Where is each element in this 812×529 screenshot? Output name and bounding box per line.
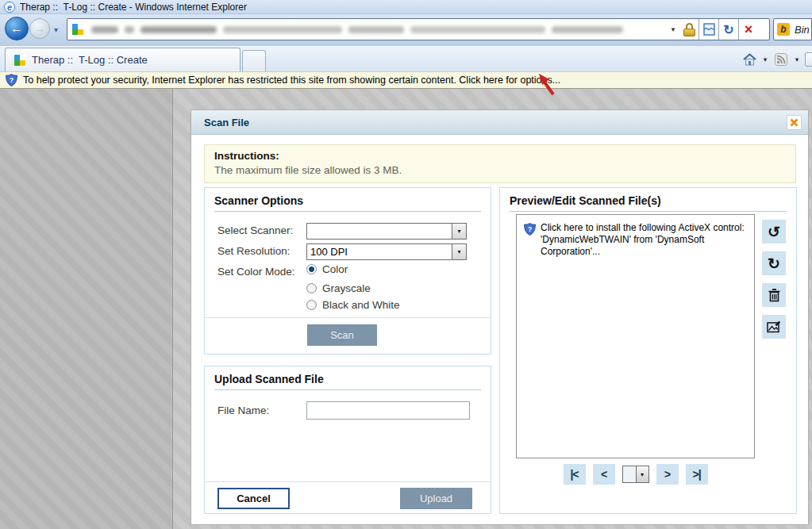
set-resolution-dropdown[interactable]: 100 DPI ▾	[306, 243, 467, 260]
radio-button[interactable]	[306, 264, 317, 274]
rotate-right-button[interactable]: ↻	[762, 251, 786, 275]
scan-button[interactable]: Scan	[307, 324, 377, 346]
preview-edit-section: Preview/Edit Scanned File(s) ? Click her…	[499, 187, 797, 514]
set-resolution-value: 100 DPI	[307, 244, 452, 259]
page-select-dropdown[interactable]: ▾	[622, 466, 649, 483]
preview-pagination: |< < ▾ > >|	[516, 464, 755, 485]
radio-label: Black and White	[322, 299, 400, 311]
tab-favicon	[13, 54, 26, 67]
first-page-button[interactable]: |<	[564, 464, 586, 485]
window-title: Therap :: T-Log :: Create - Windows Inte…	[20, 2, 247, 13]
ie-window: e Therap :: T-Log :: Create - Windows In…	[0, 0, 812, 529]
compatibility-view-button[interactable]	[699, 19, 718, 40]
activex-install-prompt[interactable]: ? Click here to install the following Ac…	[516, 214, 755, 458]
color-mode-option-black-and-white[interactable]: Black and White	[306, 299, 400, 311]
set-resolution-label: Set Resolution:	[217, 245, 291, 257]
color-mode-option-grayscale[interactable]: Grayscale	[306, 282, 371, 294]
page-background: Scan File Instructions: The maximum file…	[0, 89, 812, 529]
navigation-bar: ← → ▾ ▾ ↻ ×	[0, 14, 812, 46]
rss-feed-icon	[775, 53, 787, 66]
title-bar: e Therap :: T-Log :: Create - Windows In…	[0, 0, 812, 14]
file-name-label: File Name:	[217, 404, 269, 416]
home-button[interactable]	[741, 52, 757, 67]
preview-heading: Preview/Edit Scanned File(s)	[510, 194, 787, 212]
scanner-options-section: Scanner Options Select Scanner: ▾ Set Re…	[204, 187, 491, 355]
instructions-box: Instructions: The maximum file size allo…	[204, 144, 796, 183]
select-scanner-dropdown[interactable]: ▾	[306, 223, 467, 240]
instructions-heading: Instructions:	[214, 150, 786, 162]
upload-scanned-file-section: Upload Scanned File File Name: Cancel Up…	[204, 366, 491, 514]
search-provider-label: Bin	[795, 24, 810, 36]
cancel-button[interactable]: Cancel	[217, 488, 290, 509]
delete-button[interactable]	[762, 283, 786, 307]
last-page-button[interactable]: >|	[686, 464, 708, 485]
compatibility-page-icon	[703, 23, 715, 36]
radio-button[interactable]	[306, 300, 317, 310]
preview-tools: ↺ ↻	[762, 220, 786, 347]
therap-favicon	[71, 23, 84, 36]
security-lock-icon[interactable]	[683, 23, 695, 36]
close-x-icon	[790, 118, 799, 127]
address-bar[interactable]: ▾ ↻ ×	[67, 18, 770, 40]
svg-text:?: ?	[10, 76, 14, 84]
red-cursor-arrow	[537, 73, 557, 97]
next-page-button[interactable]: >	[656, 464, 679, 485]
select-scanner-value	[307, 224, 452, 239]
page-left-panel	[0, 89, 173, 529]
feeds-button[interactable]	[773, 52, 789, 67]
home-icon	[743, 53, 756, 66]
new-tab-stub[interactable]	[242, 50, 266, 71]
address-url-redacted	[91, 26, 666, 33]
svg-text:?: ?	[528, 225, 533, 233]
tab-bar: Therap :: T-Log :: Create ▾ ▾	[0, 46, 812, 71]
security-information-bar[interactable]: ? To help protect your security, Interne…	[0, 71, 812, 89]
security-shield-icon: ?	[6, 74, 17, 86]
scan-file-dialog: Scan File Instructions: The maximum file…	[190, 109, 809, 525]
activex-shield-icon: ?	[524, 223, 536, 236]
back-arrow-icon: ←	[10, 21, 23, 36]
radio-button[interactable]	[306, 283, 317, 293]
infobar-message[interactable]: To help protect your security, Internet …	[23, 75, 560, 86]
rotate-ccw-icon: ↺	[768, 224, 780, 240]
rotate-left-button[interactable]: ↺	[762, 220, 786, 243]
dropdown-arrow-icon[interactable]: ▾	[636, 466, 648, 482]
bing-logo-icon: b	[777, 23, 790, 36]
edit-image-button[interactable]	[762, 315, 786, 339]
section-divider	[205, 317, 491, 318]
page-button-partial[interactable]	[805, 52, 812, 67]
recent-pages-dropdown[interactable]: ▾	[54, 25, 58, 34]
activex-message-line1[interactable]: Click here to install the following Acti…	[541, 222, 748, 234]
dialog-title: Scan File	[204, 117, 249, 128]
upload-heading: Upload Scanned File	[214, 373, 481, 390]
back-button[interactable]: ←	[5, 17, 29, 40]
instructions-text: The maximum file size allowed is 3 MB.	[214, 164, 786, 176]
edit-image-icon	[767, 320, 781, 333]
dropdown-arrow-icon[interactable]: ▾	[452, 244, 466, 259]
dialog-header: Scan File	[191, 110, 808, 135]
tab-label: Therap :: T-Log :: Create	[32, 54, 148, 66]
stop-button[interactable]: ×	[739, 19, 758, 40]
forward-arrow-icon: →	[34, 22, 45, 35]
search-box[interactable]: b Bin	[773, 18, 812, 40]
dropdown-arrow-icon[interactable]: ▾	[452, 224, 466, 239]
address-dropdown-icon[interactable]: ▾	[666, 25, 680, 33]
feeds-dropdown-icon[interactable]: ▾	[792, 56, 802, 63]
upload-button[interactable]: Upload	[400, 488, 472, 509]
radio-label: Color	[322, 263, 348, 275]
select-scanner-label: Select Scanner:	[217, 224, 293, 236]
radio-label: Grayscale	[322, 282, 371, 294]
dialog-close-button[interactable]	[787, 115, 802, 130]
refresh-button[interactable]: ↻	[719, 19, 738, 40]
activex-message-line2[interactable]: 'DynamicWebTWAIN' from 'DynamSoft Corpor…	[541, 234, 748, 258]
previous-page-button[interactable]: <	[593, 464, 615, 485]
forward-button[interactable]: →	[29, 18, 50, 39]
set-color-mode-label: Set Color Mode:	[217, 266, 295, 278]
ie-logo-icon: e	[4, 2, 15, 13]
home-dropdown-icon[interactable]: ▾	[760, 56, 770, 63]
file-name-input[interactable]	[306, 401, 470, 420]
rotate-cw-icon: ↻	[768, 256, 780, 271]
color-mode-option-color[interactable]: Color	[306, 263, 348, 275]
tab-therap-tlog-create[interactable]: Therap :: T-Log :: Create	[5, 48, 241, 71]
scanner-options-heading: Scanner Options	[214, 194, 481, 212]
section-divider	[205, 481, 491, 482]
